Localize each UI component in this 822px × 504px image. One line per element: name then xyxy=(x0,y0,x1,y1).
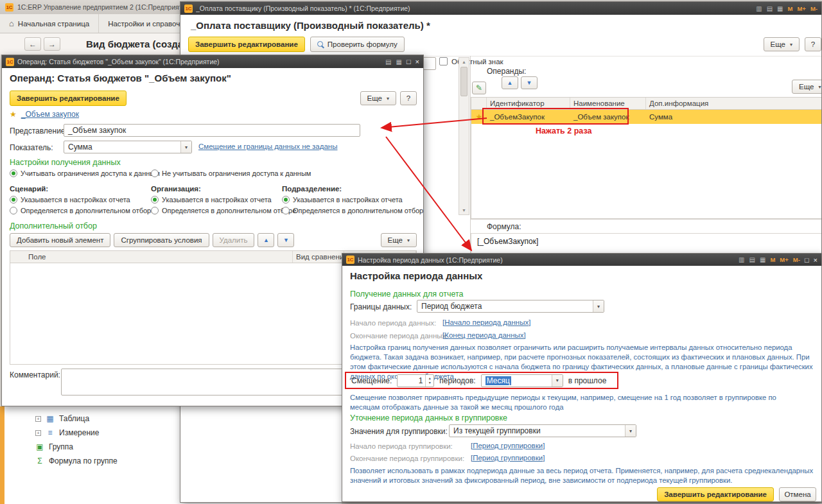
memory-mplus-button[interactable]: М+ xyxy=(797,5,805,12)
column-comparison[interactable]: Вид сравнения xyxy=(293,251,344,263)
access-restrictions-on-radio[interactable]: Учитывать ограничения доступа к данным xyxy=(10,169,160,177)
department-label: Подразделение: xyxy=(282,185,342,193)
operand-link[interactable]: _Объем закупок xyxy=(21,110,79,119)
help-button[interactable]: ? xyxy=(805,37,821,51)
more-button[interactable]: Еще ▾ xyxy=(360,91,396,105)
scenario-report-radio[interactable]: Указывается в настройках отчета xyxy=(10,196,130,204)
home-icon: ⌂ xyxy=(9,19,14,28)
more-label: Еще xyxy=(771,40,785,48)
calculator-icon[interactable]: ▦ xyxy=(777,5,783,12)
calendar-icon[interactable]: ▤ xyxy=(749,256,755,263)
presentation-field[interactable]: _Объем закупок xyxy=(64,124,360,137)
move-up-button[interactable]: ▲ xyxy=(502,76,518,89)
close-icon[interactable]: × xyxy=(415,58,419,65)
memory-mminus-button[interactable]: М- xyxy=(793,256,800,263)
back-button[interactable]: ← xyxy=(24,37,41,51)
indicator-select[interactable]: Сумма ▾ xyxy=(64,141,192,153)
expand-icon[interactable]: + xyxy=(35,416,41,422)
memory-m-button[interactable]: М xyxy=(788,5,793,12)
presentation-value: _Объем закупок xyxy=(68,126,126,135)
restore-icon[interactable]: □ xyxy=(805,256,809,264)
operands-label: Операнды: xyxy=(487,67,526,76)
move-down-button[interactable]: ▼ xyxy=(277,233,294,247)
operand-row[interactable]: ★ _ОбъемЗакупок _Объем закупок Сумма xyxy=(471,110,822,124)
period-end-link[interactable]: [Конец периода данных] xyxy=(442,331,526,339)
finish-editing-button[interactable]: Завершить редактирование xyxy=(10,91,127,106)
radio-label: Указывается в настройках отчета xyxy=(162,196,272,204)
column-info[interactable]: Доп.информация xyxy=(646,98,822,109)
spinner-icon[interactable]: ▴▾ xyxy=(425,375,433,387)
tree-item-label: Группа xyxy=(49,442,73,451)
column-name[interactable]: Наименование xyxy=(570,98,646,109)
radio-label: Указывается в настройках отчета xyxy=(21,196,130,204)
operand-info: Сумма xyxy=(646,113,822,121)
help-button[interactable]: ? xyxy=(400,91,417,105)
formula-label: Формула: xyxy=(487,222,521,231)
checkbox-icon xyxy=(439,57,448,65)
scenario-filter-radio[interactable]: Определяется в дополнительном отборе xyxy=(10,207,155,214)
finish-editing-button[interactable]: Завершить редактирование xyxy=(657,487,774,501)
periods-select[interactable]: Месяц ▾ xyxy=(481,374,563,387)
close-icon[interactable]: × xyxy=(814,256,818,264)
memory-m-button[interactable]: М xyxy=(770,256,775,263)
titlebar-icons: ▥ ▤ ▦ М М+ М- □ × xyxy=(739,256,818,264)
access-restrictions-off-radio[interactable]: Не учитывать ограничения доступа к данны… xyxy=(151,169,311,177)
operand-titlebar[interactable]: 1С Операнд: Статья бюджетов "_Объем заку… xyxy=(2,55,423,68)
grouping-end-link[interactable]: [Период группировки] xyxy=(471,454,545,462)
calendar-icon[interactable]: ▤ xyxy=(385,58,391,65)
reverse-sign-checkbox[interactable]: Обратный знак xyxy=(439,57,503,65)
delete-button[interactable]: Удалить xyxy=(213,233,255,247)
restore-icon[interactable]: □ xyxy=(407,58,411,65)
calendar-icon[interactable]: ▤ xyxy=(767,5,773,12)
forward-button[interactable]: → xyxy=(44,37,60,51)
bounds-select[interactable]: Период бюджета ▾ xyxy=(417,300,604,313)
tab-home[interactable]: ⌂ Начальная страница xyxy=(0,14,99,33)
doc-icon[interactable]: ▥ xyxy=(756,5,762,12)
chevron-down-icon[interactable]: ▾ xyxy=(180,141,191,153)
department-filter-radio[interactable]: Определяется в дополнительном отборе xyxy=(282,207,424,214)
window-logo-icon: 1С xyxy=(6,58,14,66)
memory-mminus-button[interactable]: М- xyxy=(810,5,818,12)
finish-editing-button[interactable]: Завершить редактирование xyxy=(188,37,305,52)
offset-settings-link[interactable]: Смещение и границы данных не заданы xyxy=(198,143,337,150)
add-element-button[interactable]: Добавить новый элемент xyxy=(10,233,110,247)
radio-icon xyxy=(282,196,290,204)
organization-report-radio[interactable]: Указывается в настройках отчета xyxy=(151,196,272,204)
chevron-down-icon[interactable]: ▾ xyxy=(593,300,604,312)
grouping-values-select[interactable]: Из текущей группировки ▾ xyxy=(449,424,636,437)
move-down-button[interactable]: ▼ xyxy=(521,76,538,89)
scroll-thumb[interactable] xyxy=(460,67,468,96)
column-field[interactable]: Поле xyxy=(10,251,293,263)
scroll-up-icon[interactable]: ▲ xyxy=(462,58,466,65)
edit-operand-button[interactable]: ✎ xyxy=(472,82,486,94)
scroll-down-icon[interactable]: ▼ xyxy=(462,207,466,214)
doc-icon[interactable]: ▥ xyxy=(739,256,744,263)
move-up-button[interactable]: ▲ xyxy=(258,233,274,247)
offset-input[interactable]: 1 ▴▾ xyxy=(397,374,434,387)
department-report-radio[interactable]: Указывается в настройках отчета xyxy=(282,196,403,204)
formula-scrollbar[interactable]: ▲ ▼ xyxy=(459,57,469,215)
chevron-down-icon[interactable]: ▾ xyxy=(552,375,563,387)
tab-home-label: Начальная страница xyxy=(18,20,89,28)
column-identifier[interactable]: Идентификатор xyxy=(487,98,570,109)
chevron-down-icon[interactable]: ▾ xyxy=(625,425,636,437)
cancel-button[interactable]: Отмена xyxy=(779,487,816,501)
organization-filter-radio[interactable]: Определяется в дополнительном отборе xyxy=(151,207,296,214)
operand-icon: ★ xyxy=(10,110,17,119)
bounds-value: Период бюджета xyxy=(417,302,593,311)
more-button[interactable]: Еще ▾ xyxy=(764,37,800,51)
memory-mplus-button[interactable]: М+ xyxy=(780,256,788,263)
grouping-start-label: Начало периода группировки: xyxy=(350,442,453,450)
expand-icon[interactable]: + xyxy=(35,430,41,436)
period-start-link[interactable]: [Начало периода данных] xyxy=(442,318,530,326)
grouping-start-link[interactable]: [Период группировки] xyxy=(471,442,545,449)
calculator-icon[interactable]: ▦ xyxy=(396,58,401,65)
filter-more-button[interactable]: Еще ▾ xyxy=(381,233,417,247)
check-formula-button[interactable]: Проверить формулу xyxy=(310,37,405,52)
period-titlebar[interactable]: 1С Настройка периода данных (1С:Предприя… xyxy=(342,254,821,266)
calculator-icon[interactable]: ▦ xyxy=(760,256,765,263)
operands-more-button[interactable]: Еще ▾ xyxy=(792,80,822,94)
payment-titlebar[interactable]: 1С _Оплата поставщику (Производный показ… xyxy=(180,2,821,15)
check-formula-label: Проверить формулу xyxy=(328,40,398,48)
group-conditions-button[interactable]: Сгруппировать условия xyxy=(114,233,209,247)
